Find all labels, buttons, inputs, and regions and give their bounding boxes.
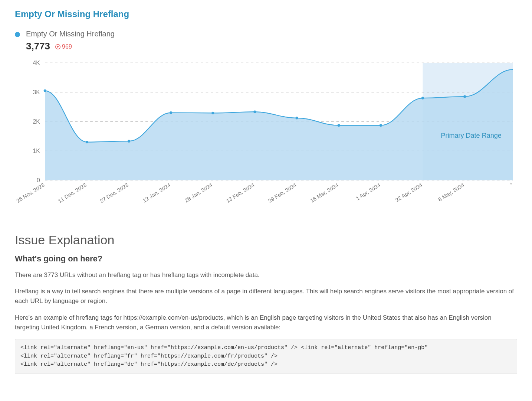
svg-point-19 xyxy=(338,124,340,127)
metric-delta-value: 969 xyxy=(62,43,72,50)
svg-text:28 Jan, 2024: 28 Jan, 2024 xyxy=(184,182,213,203)
svg-point-13 xyxy=(86,141,88,143)
metric-series-label: Empty Or Missing Hreflang xyxy=(26,30,115,38)
svg-point-17 xyxy=(253,111,256,113)
svg-text:1 Apr, 2024: 1 Apr, 2024 xyxy=(355,182,381,202)
svg-text:12 Jan, 2024: 12 Jan, 2024 xyxy=(142,182,171,203)
svg-text:16 Mar, 2024: 16 Mar, 2024 xyxy=(309,182,339,204)
explanation-para-2: Hreflang is a way to tell search engines… xyxy=(15,287,517,306)
section-subheading: What's going on here? xyxy=(15,254,517,264)
svg-point-21 xyxy=(421,97,424,99)
svg-point-15 xyxy=(170,111,172,114)
svg-text:3K: 3K xyxy=(33,89,40,95)
svg-text:29 Feb, 2024: 29 Feb, 2024 xyxy=(267,182,298,204)
explanation-para-1: There are 3773 URLs without an hreflang … xyxy=(15,270,517,280)
metric-summary: Empty Or Missing Hreflang 3,773 969 xyxy=(15,30,517,52)
svg-text:13 Feb, 2024: 13 Feb, 2024 xyxy=(225,182,256,204)
svg-text:8 May, 2024: 8 May, 2024 xyxy=(437,182,465,203)
svg-text:27 Dec, 2023: 27 Dec, 2023 xyxy=(99,182,129,204)
svg-point-22 xyxy=(463,95,466,98)
svg-point-14 xyxy=(128,140,130,143)
page-title-link[interactable]: Empty Or Missing Hreflang xyxy=(15,9,129,19)
series-dot-icon xyxy=(15,32,20,37)
metric-delta: 969 xyxy=(55,43,72,50)
svg-text:2K: 2K xyxy=(33,118,40,125)
trend-chart[interactable]: 01K2K3K4K26 Nov, 202311 Dec, 202327 Dec,… xyxy=(15,59,517,218)
svg-text:Primary Date Range: Primary Date Range xyxy=(441,132,502,139)
svg-point-12 xyxy=(44,89,46,92)
svg-text:0: 0 xyxy=(37,177,40,183)
svg-text:^: ^ xyxy=(510,182,512,187)
explanation-para-3: Here's an example of hreflang tags for h… xyxy=(15,313,517,333)
svg-point-18 xyxy=(295,117,298,119)
metric-value: 3,773 xyxy=(26,40,50,52)
svg-text:11 Dec, 2023: 11 Dec, 2023 xyxy=(57,182,88,204)
svg-text:4K: 4K xyxy=(33,60,40,66)
svg-text:22 Apr, 2024: 22 Apr, 2024 xyxy=(394,182,423,203)
svg-text:1K: 1K xyxy=(33,148,40,154)
arrow-up-circle-icon xyxy=(55,44,60,49)
svg-point-20 xyxy=(380,124,382,127)
svg-point-16 xyxy=(211,112,214,114)
svg-text:26 Nov, 2023: 26 Nov, 2023 xyxy=(15,182,46,204)
code-example: <link rel="alternate" hreflang="en-us" h… xyxy=(15,339,517,374)
section-heading-issue-explanation: Issue Explanation xyxy=(15,233,517,247)
